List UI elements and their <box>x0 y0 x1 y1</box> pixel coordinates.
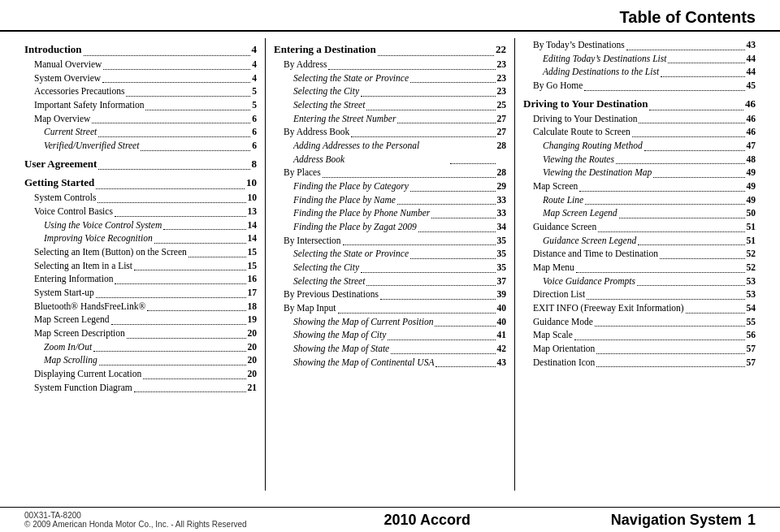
footer-nav-label: Navigation System <box>611 512 742 528</box>
toc-row: Showing the Map of City41 <box>274 328 506 342</box>
toc-row: Viewing the Routes48 <box>523 153 756 167</box>
toc-label: Verified/Unverified Street <box>24 139 139 153</box>
toc-page: 15 <box>248 259 258 273</box>
toc-label: Selecting the City <box>274 84 359 98</box>
toc-label: By Map Input <box>274 301 336 315</box>
toc-label: User Agreement <box>24 157 97 172</box>
toc-label: Voice Control Basics <box>24 205 113 218</box>
toc-row: Driving to Your Destination46 <box>523 97 756 112</box>
toc-row: Map Orientation57 <box>523 342 756 356</box>
toc-page: 4 <box>252 58 257 71</box>
toc-page: 23 <box>497 58 507 71</box>
toc-row: Using the Voice Control System14 <box>24 218 257 232</box>
toc-row: By Go Home45 <box>523 79 756 93</box>
toc-dots <box>653 175 744 178</box>
toc-dots <box>143 376 245 379</box>
toc-row: Distance and Time to Destination52 <box>523 247 756 261</box>
toc-dots <box>93 348 245 352</box>
toc-dots <box>323 175 496 178</box>
toc-row: By Today’s Destinations43 <box>523 38 756 52</box>
toc-dots <box>598 229 744 232</box>
toc-row: System Controls10 <box>24 191 257 205</box>
toc-label: Viewing the Destination Map <box>523 166 652 179</box>
toc-row: Zoom In/Out20 <box>24 340 257 354</box>
toc-page: 6 <box>252 112 257 126</box>
toc-row: Route Line49 <box>523 193 756 207</box>
toc-row: System Start-up17 <box>24 286 257 300</box>
toc-label: Current Street <box>24 125 97 139</box>
toc-row: Current Street6 <box>24 125 257 139</box>
toc-dots <box>585 201 744 205</box>
toc-page: 51 <box>747 234 756 248</box>
toc-row: System Function Diagram21 <box>24 381 257 395</box>
toc-page: 40 <box>497 315 507 329</box>
toc-dots <box>584 88 744 91</box>
toc-dots <box>410 188 496 192</box>
toc-label: Entering Information <box>24 272 113 286</box>
toc-label: Bluetooth® HandsFreeLink® <box>24 300 145 314</box>
toc-page: 39 <box>497 288 507 301</box>
toc-label: Showing the Map of City <box>274 328 386 342</box>
toc-page: 6 <box>252 125 257 139</box>
toc-row: Selecting the Street37 <box>274 275 506 288</box>
toc-page: 45 <box>747 79 756 93</box>
toc-label: By Places <box>274 166 321 179</box>
toc-row: Map Screen49 <box>523 179 756 193</box>
toc-dots <box>436 364 495 367</box>
toc-label: Driving to Your Destination <box>523 112 637 126</box>
toc-page: 23 <box>497 71 507 85</box>
toc-dots <box>115 214 246 217</box>
toc-row: Direction List53 <box>523 288 756 301</box>
toc-dots <box>619 215 745 218</box>
toc-dots <box>450 161 496 164</box>
content-area: Introduction4Manual Overview4System Over… <box>0 32 780 491</box>
toc-dots <box>637 283 745 286</box>
toc-dots <box>188 254 246 257</box>
toc-label: Map Scrolling <box>24 353 98 367</box>
toc-page: 47 <box>747 139 756 153</box>
toc-label: Entering the Street Number <box>274 112 396 126</box>
toc-label: Map Screen <box>523 179 578 193</box>
toc-label: Voice Guidance Prompts <box>523 275 635 288</box>
toc-page: 46 <box>747 125 756 139</box>
toc-dots <box>595 323 745 327</box>
toc-row: By Places28 <box>274 166 506 179</box>
toc-label: Finding the Place by Category <box>274 179 409 193</box>
toc-dots <box>366 107 495 110</box>
toc-dots <box>163 227 245 230</box>
toc-label: Selecting the City <box>274 261 359 275</box>
toc-page: 20 <box>248 353 258 367</box>
footer-left: 00X31-TA-8200 © 2009 American Honda Moto… <box>24 511 247 529</box>
toc-label: Selecting the Street <box>274 275 365 288</box>
toc-label: Editing Today’s Destinations List <box>523 52 666 66</box>
toc-page: 19 <box>248 313 258 327</box>
toc-page: 49 <box>747 193 756 207</box>
toc-dots <box>111 322 246 325</box>
footer-nav: Navigation System 1 <box>608 512 756 529</box>
toc-row: Editing Today’s Destinations List44 <box>523 52 756 66</box>
toc-dots <box>660 256 745 259</box>
toc-row: Driving to Your Destination46 <box>523 112 756 126</box>
toc-dots <box>435 323 495 327</box>
toc-label: Showing the Map of Continental USA <box>274 356 434 370</box>
toc-dots <box>141 148 250 151</box>
toc-page: 33 <box>497 206 507 220</box>
toc-dots <box>644 148 745 151</box>
toc-row: Selecting the City23 <box>274 84 506 98</box>
toc-label: Viewing the Routes <box>523 153 614 167</box>
toc-page: 53 <box>747 275 756 288</box>
footer-page-number: 1 <box>748 512 756 528</box>
toc-row: By Map Input40 <box>274 301 506 315</box>
toc-dots <box>98 200 245 203</box>
toc-row: By Address Book27 <box>274 125 506 139</box>
toc-label: By Today’s Destinations <box>523 38 625 52</box>
toc-dots <box>361 93 495 97</box>
toc-dots <box>626 47 745 50</box>
toc-page: 40 <box>497 301 507 315</box>
toc-row: By Intersection35 <box>274 234 506 248</box>
toc-label: By Intersection <box>274 234 341 248</box>
toc-row: Important Safety Information5 <box>24 98 257 112</box>
toc-row: Bluetooth® HandsFreeLink®18 <box>24 300 257 314</box>
toc-page: 33 <box>497 193 507 207</box>
toc-page: 52 <box>747 261 756 275</box>
